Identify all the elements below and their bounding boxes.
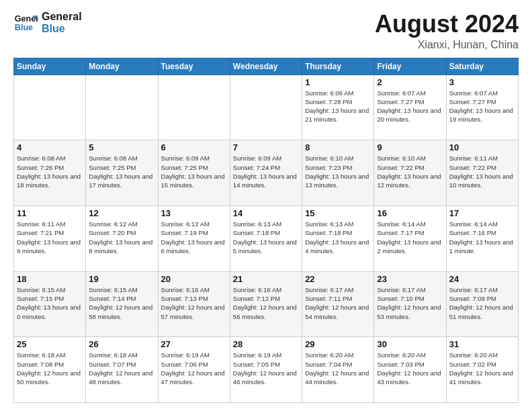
week-row-3: 18Sunrise: 6:15 AM Sunset: 7:15 PM Dayli… — [14, 271, 519, 337]
day-number-25: 25 — [17, 339, 83, 349]
cell-3-3: 21Sunrise: 6:16 AM Sunset: 7:12 PM Dayli… — [230, 271, 302, 337]
cell-1-3: 7Sunrise: 6:09 AM Sunset: 7:24 PM Daylig… — [230, 140, 302, 206]
week-row-4: 25Sunrise: 6:18 AM Sunset: 7:08 PM Dayli… — [14, 337, 519, 403]
cell-0-0 — [14, 75, 86, 140]
day-number-18: 18 — [17, 274, 83, 284]
day-number-5: 5 — [89, 142, 154, 152]
day-number-20: 20 — [161, 274, 227, 284]
day-info-7: Sunrise: 6:09 AM Sunset: 7:24 PM Dayligh… — [233, 154, 299, 189]
day-number-17: 17 — [449, 208, 515, 218]
cell-4-1: 26Sunrise: 6:18 AM Sunset: 7:07 PM Dayli… — [86, 337, 158, 403]
cell-1-0: 4Sunrise: 6:08 AM Sunset: 7:26 PM Daylig… — [14, 140, 86, 206]
day-info-12: Sunrise: 6:12 AM Sunset: 7:20 PM Dayligh… — [89, 220, 154, 255]
cell-3-1: 19Sunrise: 6:15 AM Sunset: 7:14 PM Dayli… — [86, 271, 158, 337]
day-number-22: 22 — [305, 274, 371, 284]
day-number-9: 9 — [377, 142, 443, 152]
header-wednesday: Wednesday — [230, 58, 302, 75]
day-info-15: Sunrise: 6:13 AM Sunset: 7:18 PM Dayligh… — [305, 220, 371, 255]
day-info-25: Sunrise: 6:18 AM Sunset: 7:08 PM Dayligh… — [17, 351, 83, 386]
cell-2-0: 11Sunrise: 6:11 AM Sunset: 7:21 PM Dayli… — [14, 205, 86, 271]
cell-2-2: 13Sunrise: 6:12 AM Sunset: 7:19 PM Dayli… — [158, 205, 230, 271]
header: General Blue General Blue August 2024 Xi… — [13, 11, 519, 51]
day-number-8: 8 — [305, 142, 371, 152]
day-info-5: Sunrise: 6:08 AM Sunset: 7:25 PM Dayligh… — [89, 154, 154, 189]
day-number-4: 4 — [17, 142, 83, 152]
weekday-header-row: Sunday Monday Tuesday Wednesday Thursday… — [14, 58, 519, 75]
cell-0-6: 3Sunrise: 6:07 AM Sunset: 7:27 PM Daylig… — [446, 75, 518, 140]
cell-2-1: 12Sunrise: 6:12 AM Sunset: 7:20 PM Dayli… — [86, 205, 158, 271]
cell-3-6: 24Sunrise: 6:17 AM Sunset: 7:09 PM Dayli… — [446, 271, 518, 337]
logo-icon: General Blue — [13, 11, 38, 35]
day-number-7: 7 — [233, 142, 299, 152]
header-friday: Friday — [374, 58, 446, 75]
logo-line2: Blue — [42, 23, 82, 35]
day-info-4: Sunrise: 6:08 AM Sunset: 7:26 PM Dayligh… — [17, 154, 83, 189]
day-number-14: 14 — [233, 208, 299, 218]
day-info-18: Sunrise: 6:15 AM Sunset: 7:15 PM Dayligh… — [17, 285, 83, 321]
day-number-10: 10 — [449, 142, 515, 152]
day-info-10: Sunrise: 6:11 AM Sunset: 7:22 PM Dayligh… — [449, 154, 515, 189]
cell-2-6: 17Sunrise: 6:14 AM Sunset: 7:16 PM Dayli… — [446, 205, 518, 271]
cell-2-3: 14Sunrise: 6:13 AM Sunset: 7:18 PM Dayli… — [230, 205, 302, 271]
day-info-29: Sunrise: 6:20 AM Sunset: 7:04 PM Dayligh… — [305, 351, 371, 386]
day-number-1: 1 — [305, 77, 371, 87]
cell-3-0: 18Sunrise: 6:15 AM Sunset: 7:15 PM Dayli… — [14, 271, 86, 337]
day-number-24: 24 — [449, 274, 515, 284]
day-info-2: Sunrise: 6:07 AM Sunset: 7:27 PM Dayligh… — [377, 89, 443, 124]
header-saturday: Saturday — [446, 58, 518, 75]
day-info-27: Sunrise: 6:19 AM Sunset: 7:06 PM Dayligh… — [161, 351, 227, 386]
day-info-11: Sunrise: 6:11 AM Sunset: 7:21 PM Dayligh… — [17, 220, 83, 255]
day-number-13: 13 — [161, 208, 227, 218]
cell-4-3: 28Sunrise: 6:19 AM Sunset: 7:05 PM Dayli… — [230, 337, 302, 403]
cell-1-4: 8Sunrise: 6:10 AM Sunset: 7:23 PM Daylig… — [302, 140, 374, 206]
day-info-30: Sunrise: 6:20 AM Sunset: 7:03 PM Dayligh… — [377, 351, 443, 386]
day-number-23: 23 — [377, 274, 443, 284]
day-number-27: 27 — [161, 339, 227, 349]
day-info-24: Sunrise: 6:17 AM Sunset: 7:09 PM Dayligh… — [449, 285, 515, 321]
week-row-1: 4Sunrise: 6:08 AM Sunset: 7:26 PM Daylig… — [14, 140, 519, 206]
cell-4-4: 29Sunrise: 6:20 AM Sunset: 7:04 PM Dayli… — [302, 337, 374, 403]
day-number-26: 26 — [89, 339, 154, 349]
cell-2-5: 16Sunrise: 6:14 AM Sunset: 7:17 PM Dayli… — [374, 205, 446, 271]
cell-3-2: 20Sunrise: 6:16 AM Sunset: 7:13 PM Dayli… — [158, 271, 230, 337]
day-info-8: Sunrise: 6:10 AM Sunset: 7:23 PM Dayligh… — [305, 154, 371, 189]
day-info-9: Sunrise: 6:10 AM Sunset: 7:22 PM Dayligh… — [377, 154, 443, 189]
day-number-31: 31 — [449, 339, 515, 349]
cell-0-4: 1Sunrise: 6:06 AM Sunset: 7:28 PM Daylig… — [302, 75, 374, 140]
cell-4-2: 27Sunrise: 6:19 AM Sunset: 7:06 PM Dayli… — [158, 337, 230, 403]
cell-1-1: 5Sunrise: 6:08 AM Sunset: 7:25 PM Daylig… — [86, 140, 158, 206]
day-number-16: 16 — [377, 208, 443, 218]
header-tuesday: Tuesday — [158, 58, 230, 75]
day-info-16: Sunrise: 6:14 AM Sunset: 7:17 PM Dayligh… — [377, 220, 443, 255]
cell-3-4: 22Sunrise: 6:17 AM Sunset: 7:11 PM Dayli… — [302, 271, 374, 337]
day-number-3: 3 — [449, 77, 515, 87]
page: General Blue General Blue August 2024 Xi… — [0, 0, 532, 411]
day-number-15: 15 — [305, 208, 371, 218]
day-info-3: Sunrise: 6:07 AM Sunset: 7:27 PM Dayligh… — [449, 89, 515, 124]
day-number-28: 28 — [233, 339, 299, 349]
day-number-29: 29 — [305, 339, 371, 349]
cell-0-1 — [86, 75, 158, 140]
cell-0-2 — [158, 75, 230, 140]
day-info-6: Sunrise: 6:09 AM Sunset: 7:25 PM Dayligh… — [161, 154, 227, 189]
week-row-2: 11Sunrise: 6:11 AM Sunset: 7:21 PM Dayli… — [14, 205, 519, 271]
day-number-30: 30 — [377, 339, 443, 349]
cell-1-2: 6Sunrise: 6:09 AM Sunset: 7:25 PM Daylig… — [158, 140, 230, 206]
header-sunday: Sunday — [14, 58, 86, 75]
logo-line1: General — [42, 11, 82, 23]
day-info-14: Sunrise: 6:13 AM Sunset: 7:18 PM Dayligh… — [233, 220, 299, 255]
day-info-20: Sunrise: 6:16 AM Sunset: 7:13 PM Dayligh… — [161, 285, 227, 321]
day-info-26: Sunrise: 6:18 AM Sunset: 7:07 PM Dayligh… — [89, 351, 154, 386]
header-thursday: Thursday — [302, 58, 374, 75]
day-info-31: Sunrise: 6:20 AM Sunset: 7:02 PM Dayligh… — [449, 351, 515, 386]
title-block: August 2024 Xianxi, Hunan, China — [375, 11, 519, 51]
day-number-12: 12 — [89, 208, 154, 218]
calendar-table: Sunday Monday Tuesday Wednesday Thursday… — [13, 58, 519, 403]
header-monday: Monday — [86, 58, 158, 75]
week-row-0: 1Sunrise: 6:06 AM Sunset: 7:28 PM Daylig… — [14, 75, 519, 140]
cell-4-0: 25Sunrise: 6:18 AM Sunset: 7:08 PM Dayli… — [14, 337, 86, 403]
cell-0-3 — [230, 75, 302, 140]
logo: General Blue General Blue — [13, 11, 82, 35]
day-number-21: 21 — [233, 274, 299, 284]
main-title: August 2024 — [375, 11, 519, 38]
